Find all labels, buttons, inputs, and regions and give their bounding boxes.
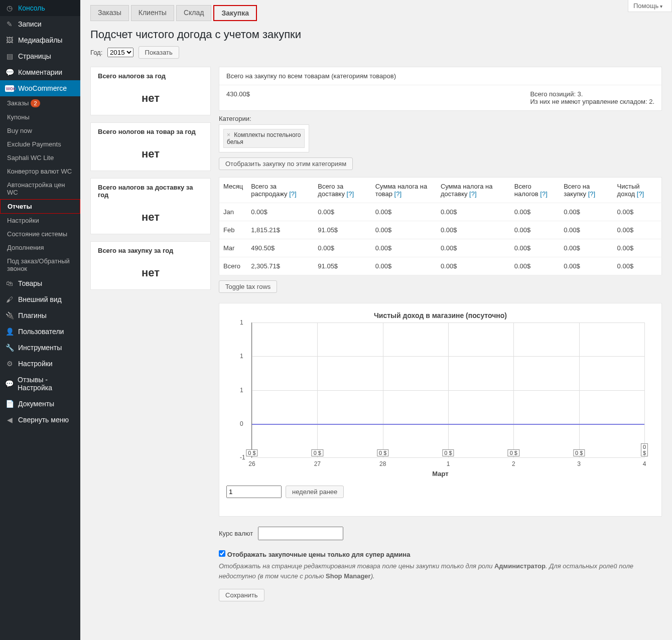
chart-plot-area: 1110-1260 $270 $280 $10 $20 $30 $40 $ [251,323,644,458]
chart-data-label: 0 $ [246,449,257,456]
menu-icon: ⚙ [5,360,14,368]
chart-data-label: 0 $ [641,443,648,456]
page-title: Подсчет чистого догода с учетом закупки [90,28,662,41]
filter-categories-button[interactable]: Отобразить закупку по этим категориям [219,157,353,170]
sidebar-subitem[interactable]: Buy now [0,124,80,137]
menu-icon: 🖼 [5,36,14,44]
menu-icon: 🖌 [5,295,14,303]
menu-icon: 🔧 [5,344,14,352]
sidebar-subitem[interactable]: Купоны [0,110,80,124]
help-icon[interactable]: [?] [540,190,547,198]
chart-x-tick: 26 [248,460,255,467]
main-content: Помощь ЗаказыКлиентыСкладЗакупка Подсчет… [80,0,672,640]
sidebar-item[interactable]: 📄Документы [0,396,80,412]
report-tabs: ЗаказыКлиентыСкладЗакупка [90,5,662,21]
help-icon[interactable]: [?] [347,190,354,198]
menu-icon: ▤ [5,52,14,60]
chart-x-tick: 3 [577,460,581,467]
sidebar-woo-label: WooCommerce [18,84,67,92]
weeks-input[interactable] [226,486,282,498]
sidebar-item[interactable]: ▤Страницы [0,48,80,64]
menu-icon: ✎ [5,20,14,28]
categories-box[interactable]: × Комплекты постельного белья [219,124,309,152]
help-icon[interactable]: [?] [588,190,595,198]
sidebar-item[interactable]: ✎Записи [0,16,80,32]
rate-label: Курс валют [219,530,253,537]
sidebar-item[interactable]: ◀Свернуть меню [0,412,80,428]
admin-sidebar: ◷Консоль✎Записи🖼Медиафайлы▤Страницы💬Комм… [0,0,80,640]
sidebar-item[interactable]: 💬Комментарии [0,64,80,80]
menu-icon: ◀ [5,416,14,424]
weeks-earlier-button[interactable]: неделей ранее [286,486,344,498]
year-select[interactable]: 2015 [107,48,133,57]
chart-card: Чистый доход в магазине (посуточно) 1110… [219,303,662,517]
sidebar-subitem[interactable]: Автонастройка цен WC [0,178,80,199]
chart-y-tick: 0 [240,420,243,427]
purchase-amount: 430.00$ [226,90,250,105]
chip-remove-icon[interactable]: × [227,131,230,138]
toggle-tax-button[interactable]: Toggle tax rows [219,280,277,293]
details-column: Всего на закупку по всем товарам (катего… [219,67,662,601]
superadmin-checkbox[interactable] [219,550,225,557]
sidebar-item[interactable]: 🛍Товары [0,275,80,291]
sidebar-subitem[interactable]: Настройки [0,214,80,227]
table-header: Чистый доход [?] [613,178,662,203]
chart-x-tick: 2 [512,460,515,467]
sidebar-item[interactable]: ◷Консоль [0,0,80,16]
menu-icon: ◷ [5,4,14,12]
chart-data-label: 0 $ [312,449,323,456]
chip-label: Комплекты постельного белья [227,131,301,145]
sidebar-item[interactable]: 🖼Медиафайлы [0,32,80,48]
sidebar-subitem[interactable]: Состояние системы [0,227,80,241]
tab-склад[interactable]: Склад [176,5,212,21]
tab-клиенты[interactable]: Клиенты [131,5,174,21]
superadmin-checkbox-label[interactable]: Отображать закупочные цены только для су… [219,551,410,558]
chart-x-tick: 1 [447,460,450,467]
chart-y-tick: 1 [240,387,243,394]
show-button[interactable]: Показать [139,46,179,59]
help-icon[interactable]: [?] [469,190,476,198]
save-button[interactable]: Сохранить [219,589,264,601]
report-table: МесяцВсего за распродажу [?]Всего за дос… [219,177,662,275]
year-label: Год: [90,49,102,56]
summary-card: Всего нологов на товар за годнет [90,122,211,171]
sidebar-subitem[interactable]: Отчеты [0,199,80,214]
sidebar-item[interactable]: 💬Отзывы - Настройка [0,372,80,396]
chart-y-tick: 1 [240,353,243,360]
categories-label: Категории: [219,115,662,122]
menu-icon: 🛍 [5,279,14,287]
table-header: Всего за распродажу [?] [247,178,314,203]
sidebar-subitem[interactable]: Конвертор валют WC [0,165,80,178]
table-header: Месяц [219,178,247,203]
menu-icon: 🔌 [5,311,14,319]
sidebar-item[interactable]: 👤Пользователи [0,324,80,340]
table-header: Сумма налога на доставку [?] [437,178,510,203]
sidebar-item-woocommerce[interactable]: woo WooCommerce [0,80,80,96]
help-tab[interactable]: Помощь [628,0,672,12]
sidebar-item[interactable]: ⚙Настройки [0,356,80,372]
tab-закупка[interactable]: Закупка [213,5,257,21]
sidebar-subitem[interactable]: Заказы2 [0,96,80,110]
chart-x-label: Март [226,470,654,477]
help-icon[interactable]: [?] [394,190,401,198]
table-header: Всего налогов [?] [510,178,560,203]
rate-input[interactable] [258,527,343,540]
chart-x-tick: 27 [314,460,321,467]
sidebar-subitem[interactable]: Дополнения [0,241,80,254]
chart-title: Чистый доход в магазине (посуточно) [226,311,654,319]
help-icon[interactable]: [?] [289,190,296,198]
purchase-card-title: Всего на закупку по всем товарам (катего… [219,67,661,85]
summary-card: Всего налогов за годнет [90,67,211,115]
sidebar-subitem[interactable]: Под заказ/Обратный звонок [0,254,80,275]
help-icon[interactable]: [?] [637,190,644,198]
sidebar-subitem[interactable]: Exclude Payments [0,137,80,151]
table-row: Feb1,815.21$91.05$0.00$0.00$0.00$0.00$0.… [219,221,662,239]
menu-icon: 📄 [5,400,14,408]
chart-data-label: 0 $ [377,449,388,456]
tab-заказы[interactable]: Заказы [90,5,129,21]
sidebar-subitem[interactable]: Saphali WC Lite [0,151,80,165]
menu-icon: 💬 [5,380,14,388]
sidebar-item[interactable]: 🔌Плагины [0,307,80,324]
sidebar-item[interactable]: 🔧Инструменты [0,340,80,356]
sidebar-item[interactable]: 🖌Внешний вид [0,291,80,307]
